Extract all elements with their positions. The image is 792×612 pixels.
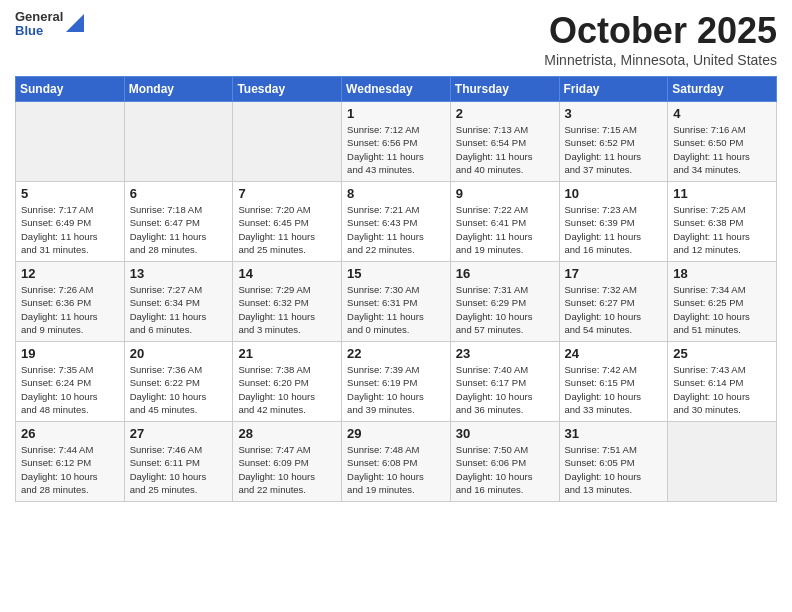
day-number: 3 [565, 106, 663, 121]
day-number: 11 [673, 186, 771, 201]
week-row-4: 26Sunrise: 7:44 AM Sunset: 6:12 PM Dayli… [16, 422, 777, 502]
day-info: Sunrise: 7:26 AM Sunset: 6:36 PM Dayligh… [21, 283, 119, 336]
calendar-cell: 17Sunrise: 7:32 AM Sunset: 6:27 PM Dayli… [559, 262, 668, 342]
day-number: 22 [347, 346, 445, 361]
day-info: Sunrise: 7:40 AM Sunset: 6:17 PM Dayligh… [456, 363, 554, 416]
calendar-cell: 8Sunrise: 7:21 AM Sunset: 6:43 PM Daylig… [342, 182, 451, 262]
header-day-wednesday: Wednesday [342, 77, 451, 102]
day-info: Sunrise: 7:25 AM Sunset: 6:38 PM Dayligh… [673, 203, 771, 256]
title-block: October 2025 Minnetrista, Minnesota, Uni… [544, 10, 777, 68]
day-number: 9 [456, 186, 554, 201]
day-number: 5 [21, 186, 119, 201]
day-info: Sunrise: 7:21 AM Sunset: 6:43 PM Dayligh… [347, 203, 445, 256]
calendar-cell: 11Sunrise: 7:25 AM Sunset: 6:38 PM Dayli… [668, 182, 777, 262]
calendar-cell [668, 422, 777, 502]
day-info: Sunrise: 7:42 AM Sunset: 6:15 PM Dayligh… [565, 363, 663, 416]
week-row-1: 5Sunrise: 7:17 AM Sunset: 6:49 PM Daylig… [16, 182, 777, 262]
week-row-2: 12Sunrise: 7:26 AM Sunset: 6:36 PM Dayli… [16, 262, 777, 342]
calendar-cell [233, 102, 342, 182]
calendar-cell: 1Sunrise: 7:12 AM Sunset: 6:56 PM Daylig… [342, 102, 451, 182]
day-info: Sunrise: 7:27 AM Sunset: 6:34 PM Dayligh… [130, 283, 228, 336]
calendar-cell: 12Sunrise: 7:26 AM Sunset: 6:36 PM Dayli… [16, 262, 125, 342]
header-day-sunday: Sunday [16, 77, 125, 102]
day-number: 27 [130, 426, 228, 441]
day-info: Sunrise: 7:50 AM Sunset: 6:06 PM Dayligh… [456, 443, 554, 496]
day-info: Sunrise: 7:30 AM Sunset: 6:31 PM Dayligh… [347, 283, 445, 336]
day-number: 6 [130, 186, 228, 201]
day-number: 19 [21, 346, 119, 361]
day-info: Sunrise: 7:22 AM Sunset: 6:41 PM Dayligh… [456, 203, 554, 256]
day-info: Sunrise: 7:20 AM Sunset: 6:45 PM Dayligh… [238, 203, 336, 256]
header-row: SundayMondayTuesdayWednesdayThursdayFrid… [16, 77, 777, 102]
day-number: 25 [673, 346, 771, 361]
calendar-cell: 14Sunrise: 7:29 AM Sunset: 6:32 PM Dayli… [233, 262, 342, 342]
day-number: 28 [238, 426, 336, 441]
day-number: 29 [347, 426, 445, 441]
location: Minnetrista, Minnesota, United States [544, 52, 777, 68]
day-info: Sunrise: 7:18 AM Sunset: 6:47 PM Dayligh… [130, 203, 228, 256]
day-number: 4 [673, 106, 771, 121]
day-info: Sunrise: 7:47 AM Sunset: 6:09 PM Dayligh… [238, 443, 336, 496]
calendar-cell: 20Sunrise: 7:36 AM Sunset: 6:22 PM Dayli… [124, 342, 233, 422]
day-info: Sunrise: 7:16 AM Sunset: 6:50 PM Dayligh… [673, 123, 771, 176]
day-info: Sunrise: 7:31 AM Sunset: 6:29 PM Dayligh… [456, 283, 554, 336]
logo-blue: Blue [15, 24, 63, 38]
calendar-cell: 23Sunrise: 7:40 AM Sunset: 6:17 PM Dayli… [450, 342, 559, 422]
calendar-cell: 26Sunrise: 7:44 AM Sunset: 6:12 PM Dayli… [16, 422, 125, 502]
calendar-cell: 27Sunrise: 7:46 AM Sunset: 6:11 PM Dayli… [124, 422, 233, 502]
calendar-cell: 29Sunrise: 7:48 AM Sunset: 6:08 PM Dayli… [342, 422, 451, 502]
day-info: Sunrise: 7:46 AM Sunset: 6:11 PM Dayligh… [130, 443, 228, 496]
calendar-cell: 9Sunrise: 7:22 AM Sunset: 6:41 PM Daylig… [450, 182, 559, 262]
calendar-cell: 5Sunrise: 7:17 AM Sunset: 6:49 PM Daylig… [16, 182, 125, 262]
day-info: Sunrise: 7:38 AM Sunset: 6:20 PM Dayligh… [238, 363, 336, 416]
day-number: 20 [130, 346, 228, 361]
day-number: 10 [565, 186, 663, 201]
calendar-cell: 15Sunrise: 7:30 AM Sunset: 6:31 PM Dayli… [342, 262, 451, 342]
logo-general: General [15, 10, 63, 24]
calendar-cell: 4Sunrise: 7:16 AM Sunset: 6:50 PM Daylig… [668, 102, 777, 182]
header-day-tuesday: Tuesday [233, 77, 342, 102]
calendar-cell: 3Sunrise: 7:15 AM Sunset: 6:52 PM Daylig… [559, 102, 668, 182]
day-info: Sunrise: 7:12 AM Sunset: 6:56 PM Dayligh… [347, 123, 445, 176]
header-day-saturday: Saturday [668, 77, 777, 102]
calendar-cell: 6Sunrise: 7:18 AM Sunset: 6:47 PM Daylig… [124, 182, 233, 262]
day-number: 15 [347, 266, 445, 281]
day-info: Sunrise: 7:44 AM Sunset: 6:12 PM Dayligh… [21, 443, 119, 496]
calendar-cell: 13Sunrise: 7:27 AM Sunset: 6:34 PM Dayli… [124, 262, 233, 342]
day-info: Sunrise: 7:51 AM Sunset: 6:05 PM Dayligh… [565, 443, 663, 496]
day-info: Sunrise: 7:13 AM Sunset: 6:54 PM Dayligh… [456, 123, 554, 176]
logo-text: General Blue [15, 10, 63, 39]
day-info: Sunrise: 7:43 AM Sunset: 6:14 PM Dayligh… [673, 363, 771, 416]
day-info: Sunrise: 7:32 AM Sunset: 6:27 PM Dayligh… [565, 283, 663, 336]
header: General Blue October 2025 Minnetrista, M… [15, 10, 777, 68]
month-title: October 2025 [544, 10, 777, 52]
day-number: 17 [565, 266, 663, 281]
header-day-monday: Monday [124, 77, 233, 102]
day-number: 13 [130, 266, 228, 281]
calendar-cell [124, 102, 233, 182]
day-number: 14 [238, 266, 336, 281]
calendar-cell: 25Sunrise: 7:43 AM Sunset: 6:14 PM Dayli… [668, 342, 777, 422]
calendar-cell: 10Sunrise: 7:23 AM Sunset: 6:39 PM Dayli… [559, 182, 668, 262]
week-row-0: 1Sunrise: 7:12 AM Sunset: 6:56 PM Daylig… [16, 102, 777, 182]
day-info: Sunrise: 7:48 AM Sunset: 6:08 PM Dayligh… [347, 443, 445, 496]
calendar-cell: 31Sunrise: 7:51 AM Sunset: 6:05 PM Dayli… [559, 422, 668, 502]
calendar-container: General Blue October 2025 Minnetrista, M… [0, 0, 792, 517]
header-day-thursday: Thursday [450, 77, 559, 102]
day-number: 26 [21, 426, 119, 441]
day-info: Sunrise: 7:36 AM Sunset: 6:22 PM Dayligh… [130, 363, 228, 416]
calendar-cell: 21Sunrise: 7:38 AM Sunset: 6:20 PM Dayli… [233, 342, 342, 422]
day-number: 18 [673, 266, 771, 281]
calendar-cell: 16Sunrise: 7:31 AM Sunset: 6:29 PM Dayli… [450, 262, 559, 342]
calendar-cell: 7Sunrise: 7:20 AM Sunset: 6:45 PM Daylig… [233, 182, 342, 262]
day-number: 2 [456, 106, 554, 121]
day-info: Sunrise: 7:34 AM Sunset: 6:25 PM Dayligh… [673, 283, 771, 336]
calendar-cell: 19Sunrise: 7:35 AM Sunset: 6:24 PM Dayli… [16, 342, 125, 422]
svg-marker-0 [66, 14, 84, 32]
day-number: 24 [565, 346, 663, 361]
calendar-cell: 28Sunrise: 7:47 AM Sunset: 6:09 PM Dayli… [233, 422, 342, 502]
calendar-cell: 24Sunrise: 7:42 AM Sunset: 6:15 PM Dayli… [559, 342, 668, 422]
day-number: 16 [456, 266, 554, 281]
day-info: Sunrise: 7:39 AM Sunset: 6:19 PM Dayligh… [347, 363, 445, 416]
week-row-3: 19Sunrise: 7:35 AM Sunset: 6:24 PM Dayli… [16, 342, 777, 422]
